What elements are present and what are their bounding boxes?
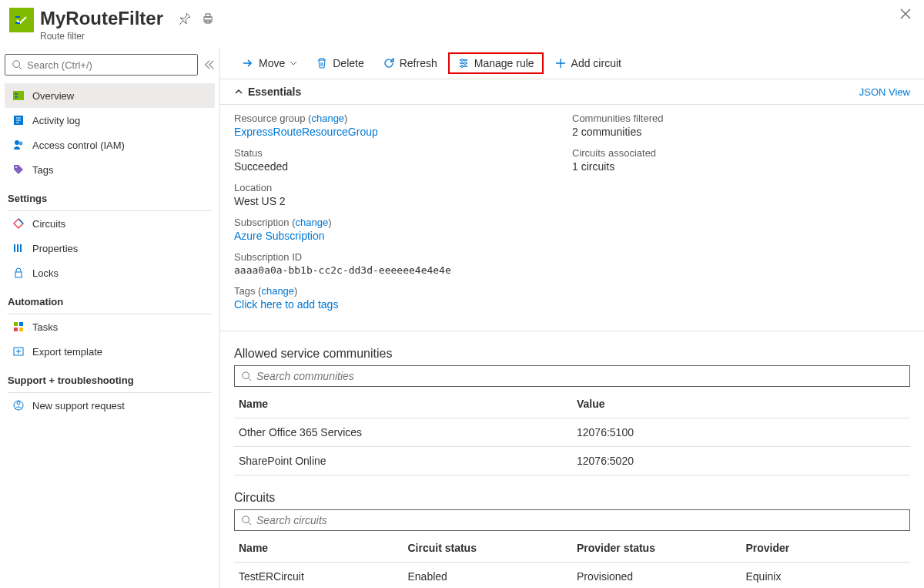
col-provider[interactable]: Provider [742,534,911,563]
add-tags-link[interactable]: Click here to add tags [234,298,572,311]
svg-rect-5 [13,91,24,100]
move-icon [242,57,254,69]
svg-rect-15 [19,322,23,326]
svg-rect-11 [17,244,18,252]
ess-label: Resource group (change) [234,113,572,124]
communities-search-input[interactable] [256,370,903,382]
col-value[interactable]: Value [572,390,910,418]
header-actions [179,12,214,25]
page-title: MyRouteFilter [40,8,163,29]
col-name[interactable]: Name [234,390,572,418]
essentials-header: Essentials JSON View [220,79,924,105]
communities-section: Allowed service communities Name Value O… [220,331,924,475]
sidebar-item-overview[interactable]: Overview [5,83,215,108]
circuits-search[interactable] [234,509,910,531]
search-input[interactable] [27,59,191,71]
sidebar-item-properties[interactable]: Properties [5,236,215,260]
collapse-sidebar-icon[interactable] [204,59,215,70]
communities-filtered-value: 2 communities [572,126,910,138]
sidebar: Overview Activity log Access control (IA… [0,48,219,588]
ess-label: Location [234,182,572,193]
locks-icon [12,267,25,279]
section-title: Allowed service communities [234,347,910,361]
sidebar-item-tasks[interactable]: Tasks [5,314,215,339]
table-row[interactable]: SharePoint Online 12076:5020 [234,447,910,475]
essentials-toggle[interactable]: Essentials [234,86,301,98]
change-link[interactable]: change [296,217,329,228]
essentials-label: Essentials [248,86,301,98]
sidebar-item-label: Access control (IAM) [32,139,125,151]
svg-point-20 [17,402,20,405]
sidebar-item-label: Tasks [32,321,58,333]
col-provider-status[interactable]: Provider status [572,534,742,563]
page-subtitle: Route filter [40,31,163,42]
sidebar-section-automation: Automation [5,285,215,311]
delete-button[interactable]: Delete [308,52,371,74]
svg-rect-10 [14,244,15,252]
circuits-icon [12,217,25,230]
sidebar-item-label: Circuits [32,218,65,230]
communities-search[interactable] [234,365,910,387]
resource-group-link[interactable]: ExpressRouteResourceGroup [234,126,572,138]
sidebar-item-label: Tags [32,164,53,176]
sidebar-item-tags[interactable]: Tags [5,157,215,182]
add-icon [554,57,567,69]
svg-point-22 [464,62,466,65]
properties-icon [12,242,25,254]
add-circuit-button[interactable]: Add circuit [547,52,629,74]
resource-icon [9,8,34,32]
overview-icon [12,89,25,102]
print-icon[interactable] [202,12,214,25]
svg-point-24 [243,372,249,379]
table-row[interactable]: TestERCircuit Enabled Provisioned Equini… [234,563,910,589]
sidebar-item-new-support-request[interactable]: New support request [5,393,215,418]
toolbar: Move Delete Refresh Manage rule Add circ… [220,48,924,79]
ess-label: Subscription ID [234,251,572,263]
header-title-block: MyRouteFilter Route filter [40,8,163,42]
svg-point-9 [15,166,17,168]
sidebar-search[interactable] [5,54,198,76]
iam-icon [12,139,25,151]
page-header: MyRouteFilter Route filter [0,0,924,48]
ess-label: Subscription (change) [234,217,572,228]
ess-label: Communities filtered [572,113,910,124]
svg-point-7 [15,140,19,145]
manage-rule-button[interactable]: Manage rule [448,52,544,74]
json-view-link[interactable]: JSON View [859,86,910,98]
sidebar-item-locks[interactable]: Locks [5,260,215,285]
sidebar-item-label: Activity log [32,115,80,126]
col-name[interactable]: Name [234,534,403,563]
status-value: Succeeded [234,160,572,173]
svg-rect-2 [206,14,210,17]
export-template-icon [12,345,25,358]
svg-rect-14 [14,322,18,326]
manage-rule-icon [457,57,470,69]
sidebar-item-activity-log[interactable]: Activity log [5,108,215,133]
tasks-icon [12,321,25,333]
sidebar-item-access-control[interactable]: Access control (IAM) [5,133,215,157]
move-button[interactable]: Move [234,52,305,74]
change-link[interactable]: change [311,113,344,124]
table-row[interactable]: Other Office 365 Services 12076:5100 [234,418,910,447]
tags-icon [12,163,25,176]
close-icon[interactable] [899,8,912,20]
delete-icon [316,57,328,69]
sidebar-item-label: Locks [32,267,59,279]
subscription-link[interactable]: Azure Subscription [234,230,572,242]
refresh-button[interactable]: Refresh [375,52,445,74]
subscription-id-value: aaaa0a0a-bb1b-cc2c-dd3d-eeeeee4e4e4e [234,264,572,276]
change-link[interactable]: change [261,285,294,297]
ess-label: Circuits associated [572,147,910,159]
sidebar-item-circuits[interactable]: Circuits [5,211,215,236]
svg-point-25 [243,516,249,523]
sidebar-section-settings: Settings [5,182,215,207]
sidebar-item-export-template[interactable]: Export template [5,339,215,364]
main-content: Move Delete Refresh Manage rule Add circ… [219,48,924,588]
ess-label: Tags (change) [234,285,572,297]
col-circuit-status[interactable]: Circuit status [403,534,573,563]
circuits-search-input[interactable] [256,514,903,526]
svg-point-21 [460,59,463,62]
refresh-icon [383,57,395,69]
pin-icon[interactable] [179,12,191,25]
section-title: Circuits [234,491,910,505]
